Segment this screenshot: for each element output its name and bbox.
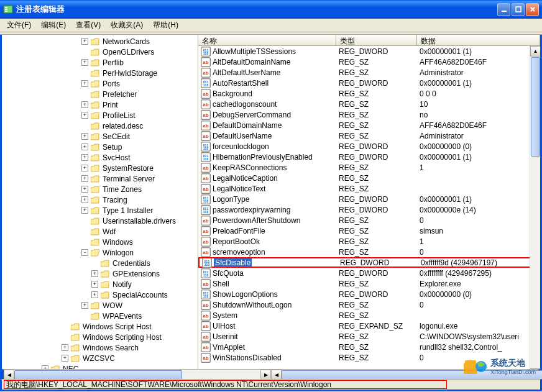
list-row[interactable]: abDefaultUserNameREG_SZAdministrator (198, 130, 540, 141)
list-row[interactable]: abShutdownWithoutLogonREG_SZ0 (198, 299, 540, 310)
tree-node[interactable]: Windows Scripting Host (2, 332, 198, 342)
expander-icon[interactable]: + (81, 59, 88, 66)
list-row[interactable]: 011110ShowLogonOptionsREG_DWORD0x0000000… (198, 289, 540, 299)
expander-icon[interactable]: + (81, 165, 88, 171)
tree-label[interactable]: Windows Scripting Host (81, 333, 163, 342)
expander-icon[interactable]: + (81, 186, 88, 193)
expander-icon[interactable]: + (81, 207, 88, 214)
tree-label[interactable]: Prefetcher (101, 90, 138, 99)
tree-node[interactable]: +Type 1 Installer (2, 205, 198, 216)
list-row[interactable]: abAltDefaultUserNameREG_SZAdministrator (198, 67, 540, 78)
tree-label[interactable]: NetworkCards (101, 37, 151, 46)
tree-node[interactable]: +SpecialAccounts (2, 289, 198, 300)
tree-label[interactable]: SpecialAccounts (111, 291, 169, 299)
list-row[interactable]: abPreloadFontFileREG_SZsimsun (198, 226, 540, 236)
expander-icon[interactable]: + (91, 291, 98, 298)
expander-icon[interactable]: + (81, 154, 88, 161)
expander-icon[interactable]: + (62, 344, 68, 351)
list-row[interactable]: 011110AllowMultipleTSSessionsREG_DWORD0x… (198, 46, 540, 57)
list-row[interactable]: abcachedlogonscountREG_SZ10 (198, 99, 540, 109)
tree-node[interactable]: WPAEvents (2, 311, 198, 321)
expander-icon[interactable]: + (62, 355, 68, 362)
close-button[interactable] (526, 3, 539, 16)
tree-node[interactable]: +WZCSVC (2, 353, 198, 363)
tree-node[interactable]: +NetworkCards (2, 36, 198, 47)
tree-label[interactable]: GPExtensions (111, 270, 161, 278)
vertical-scrollbar[interactable]: ▲ ▼ (530, 46, 540, 379)
tree-label[interactable]: Time Zones (101, 185, 143, 194)
menu-view[interactable]: 查看(V) (71, 19, 106, 32)
minimize-button[interactable] (497, 3, 510, 16)
scroll-thumb[interactable] (531, 57, 540, 157)
tree-node[interactable]: +Print (2, 99, 198, 110)
list-panel[interactable]: 名称 类型 数据 011110AllowMultipleTSSessionsRE… (198, 35, 540, 379)
tree-label[interactable]: WZCSVC (81, 354, 116, 363)
tree-node[interactable]: Wdf (2, 226, 198, 237)
expander-icon[interactable]: + (91, 281, 98, 288)
menu-favorites[interactable]: 收藏夹(A) (106, 19, 148, 32)
tree-label[interactable]: Type 1 Installer (101, 206, 154, 215)
scroll-thumb-h-left[interactable] (14, 370, 182, 380)
expander-icon[interactable]: + (81, 196, 88, 203)
col-type[interactable]: 类型 (336, 35, 417, 45)
tree-node[interactable]: +Ports (2, 78, 198, 89)
tree-label[interactable]: Terminal Server (101, 175, 156, 183)
tree-node[interactable]: PerHwIdStorage (2, 68, 198, 78)
expander-icon[interactable]: + (81, 80, 88, 87)
list-row[interactable]: 011110AutoRestartShellREG_DWORD0x0000000… (198, 78, 540, 88)
tree-node[interactable]: +ProfileList (2, 110, 198, 121)
tree-panel[interactable]: +NetworkCardsOpenGLDrivers+PerflibPerHwI… (2, 35, 198, 379)
tree-label[interactable]: Perflib (101, 58, 125, 67)
list-row[interactable]: abDefaultDomainNameREG_SZAFF46A682D0E46F (198, 120, 540, 130)
list-row[interactable]: abSystemREG_SZ (198, 310, 540, 321)
tree-label[interactable]: SvcHost (101, 153, 132, 162)
tree-node[interactable]: Windows (2, 237, 198, 247)
expander-icon[interactable]: + (81, 101, 88, 108)
list-row[interactable]: 011110passwordexpirywarningREG_DWORD0x00… (198, 204, 540, 215)
list-row[interactable]: 011110HibernationPreviouslyEnabledREG_DW… (198, 152, 540, 162)
tree-label[interactable]: Ports (101, 80, 121, 88)
expander-icon[interactable]: + (91, 270, 98, 277)
tree-node[interactable]: +SystemRestore (2, 163, 198, 173)
tree-node[interactable]: +Time Zones (2, 184, 198, 194)
menu-edit[interactable]: 编辑(E) (36, 19, 71, 32)
tree-label[interactable]: Print (101, 101, 119, 109)
list-row[interactable]: abscremoveoptionREG_SZ0 (198, 247, 540, 257)
tree-label[interactable]: Notify (111, 280, 133, 289)
list-row[interactable]: abDebugServerCommandREG_SZno (198, 109, 540, 120)
tree-node[interactable]: +Perflib (2, 57, 198, 68)
tree-node[interactable]: +Terminal Server (2, 173, 198, 184)
tree-label[interactable]: PerHwIdStorage (101, 69, 158, 78)
list-row[interactable]: 011110forceunlocklogonREG_DWORD0x0000000… (198, 141, 540, 152)
tree-node[interactable]: +Notify (2, 279, 198, 289)
list-row[interactable]: abShellREG_SZExplorer.exe (198, 278, 540, 289)
horizontal-scrollbar[interactable]: ◀ ▶ ◀ ▶ (2, 369, 540, 380)
expander-icon[interactable]: + (81, 175, 88, 182)
tree-label[interactable]: OpenGLDrivers (101, 48, 155, 57)
list-row[interactable]: abKeepRASConnectionsREG_SZ1 (198, 162, 540, 173)
tree-label[interactable]: SeCEdit (101, 132, 131, 141)
tree-node[interactable]: +GPExtensions (2, 268, 198, 279)
tree-label[interactable]: Tracing (101, 196, 129, 204)
tree-node[interactable]: +WOW (2, 300, 198, 311)
tree-label[interactable]: Windows (101, 238, 134, 247)
tree-label[interactable]: Credentials (111, 259, 152, 268)
tree-node[interactable]: +SvcHost (2, 152, 198, 163)
list-row[interactable]: abUIHostREG_EXPAND_SZlogonui.exe (198, 321, 540, 331)
list-row[interactable]: abBackgroundREG_SZ0 0 0 (198, 88, 540, 99)
list-row[interactable]: 011110LogonTypeREG_DWORD0x00000001 (1) (198, 194, 540, 204)
tree-node[interactable]: +SeCEdit (2, 131, 198, 142)
list-row[interactable]: abLegalNoticeCaptionREG_SZ (198, 173, 540, 183)
tree-node[interactable]: Userinstallable.drivers (2, 216, 198, 226)
tree-node[interactable]: +Tracing (2, 194, 198, 205)
expander-icon[interactable]: + (81, 112, 88, 119)
col-data[interactable]: 数据 (417, 35, 540, 45)
tree-label[interactable]: WPAEvents (101, 312, 143, 321)
tree-label[interactable]: WOW (101, 301, 124, 310)
tree-label[interactable]: ProfileList (101, 111, 137, 120)
expander-icon[interactable]: + (81, 302, 88, 309)
list-row[interactable]: 011110SfcQuotaREG_DWORD0xffffffff (42949… (198, 268, 540, 278)
col-name[interactable]: 名称 (198, 35, 336, 45)
list-row[interactable]: 011110SfcDisableREG_DWORD0xffffff9d (429… (198, 257, 540, 268)
menu-file[interactable]: 文件(F) (2, 19, 36, 32)
